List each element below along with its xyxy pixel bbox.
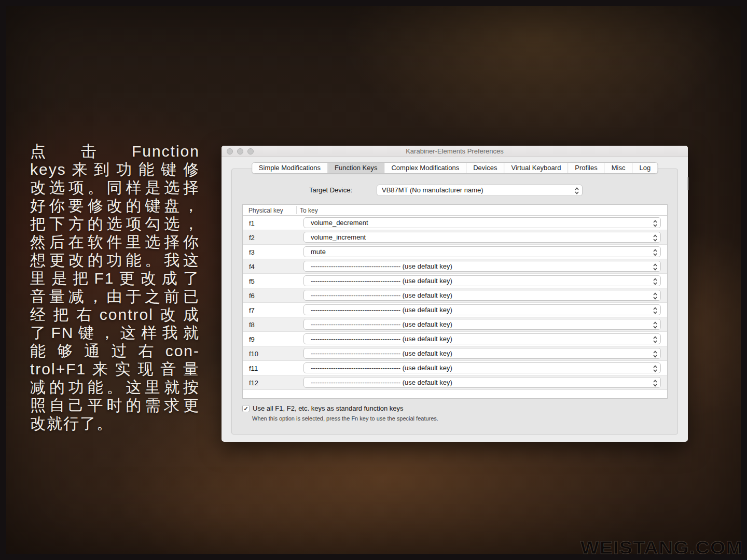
caption-line: 好你要修改的键盘， <box>30 197 200 215</box>
physical-key-label: f9 <box>249 335 255 343</box>
physical-key-label: f7 <box>249 306 255 314</box>
to-key-value: ----------------------------------------… <box>311 306 452 314</box>
caption-line: 音量减，由于之前已 <box>30 287 200 305</box>
caption-line: 经把右control改成 <box>30 305 200 324</box>
standard-function-keys-checkbox[interactable]: ✓ <box>242 405 250 412</box>
to-key-select[interactable]: volume_decrement <box>303 217 661 228</box>
to-key-select[interactable]: ----------------------------------------… <box>303 319 661 330</box>
standard-function-keys-hint: When this option is selected, press the … <box>252 415 438 422</box>
standard-function-keys-row: ✓ Use all F1, F2, etc. keys as standard … <box>242 404 403 412</box>
chevron-up-down-icon <box>653 263 658 272</box>
target-device-value: VB87MT (No manufacturer name) <box>382 186 483 194</box>
window-title: Karabiner-Elements Preferences <box>222 146 688 157</box>
table-row: f4 -------------------------------------… <box>243 259 667 274</box>
chevron-up-down-icon <box>653 306 658 315</box>
tab[interactable]: Devices <box>466 163 504 173</box>
to-key-value: ----------------------------------------… <box>311 364 452 372</box>
tab[interactable]: Misc <box>605 163 633 173</box>
physical-key-label: f5 <box>249 277 255 285</box>
to-key-value: ----------------------------------------… <box>311 291 452 299</box>
to-key-value: ----------------------------------------… <box>311 277 452 285</box>
to-key-select[interactable]: ----------------------------------------… <box>303 290 661 301</box>
caption-line: 改选项。同样是选择 <box>30 178 200 197</box>
physical-key-label: f12 <box>249 379 258 387</box>
tab[interactable]: Simple Modifications <box>252 163 328 173</box>
target-device-label: Target Device: <box>309 186 352 194</box>
to-key-select[interactable]: ----------------------------------------… <box>303 362 661 373</box>
caption-line: 里是把F1更改成了 <box>30 269 200 287</box>
column-header-to-key: To key <box>300 207 318 214</box>
caption-line: 改就行了。 <box>30 414 200 432</box>
chevron-up-down-icon <box>653 379 658 388</box>
physical-key-label: f2 <box>249 234 255 242</box>
table-row: f12 ------------------------------------… <box>243 375 667 390</box>
physical-key-label: f11 <box>249 365 258 372</box>
caption-line: 点击Function <box>30 142 200 160</box>
chevron-up-down-icon <box>574 187 579 196</box>
titlebar[interactable]: Karabiner-Elements Preferences <box>222 146 688 157</box>
preferences-tabbar: Simple ModificationsFunction KeysComplex… <box>252 162 658 174</box>
table-header: Physical key To key <box>243 205 667 216</box>
target-device-select[interactable]: VB87MT (No manufacturer name) <box>377 185 583 196</box>
table-body: f1 volume_decrement f2 volume_increment <box>243 216 667 390</box>
to-key-value: ----------------------------------------… <box>311 262 452 270</box>
physical-key-label: f1 <box>249 219 255 227</box>
physical-key-label: f10 <box>249 350 258 358</box>
tab[interactable]: Function Keys <box>328 163 384 173</box>
caption-line: 想更改的功能。我这 <box>30 251 200 269</box>
table-row: f11 ------------------------------------… <box>243 361 667 375</box>
table-row: f3 mute <box>243 245 667 259</box>
to-key-select[interactable]: mute <box>303 246 661 257</box>
chevron-up-down-icon <box>653 350 658 359</box>
target-device-row: Target Device: VB87MT (No manufacturer n… <box>232 185 677 196</box>
caption-line: 减的功能。这里就按 <box>30 378 200 396</box>
chevron-up-down-icon <box>653 292 658 301</box>
caption-line: 照自己平时的需求更 <box>30 396 200 414</box>
physical-key-label: f6 <box>249 292 255 300</box>
tab[interactable]: Complex Modifications <box>384 163 466 173</box>
to-key-value: ----------------------------------------… <box>311 349 452 357</box>
to-key-select[interactable]: ----------------------------------------… <box>303 333 661 344</box>
table-row: f7 -------------------------------------… <box>243 303 667 317</box>
caption-line: keys来到功能键修 <box>30 160 200 178</box>
to-key-select[interactable]: ----------------------------------------… <box>303 377 661 388</box>
to-key-select[interactable]: volume_increment <box>303 232 661 243</box>
table-row: f10 ------------------------------------… <box>243 346 667 361</box>
function-key-mapping-table: Physical key To key f1 volume_decrement <box>242 204 668 399</box>
table-row: f6 -------------------------------------… <box>243 288 667 303</box>
physical-key-label: f3 <box>249 248 255 256</box>
chevron-up-down-icon <box>653 234 658 243</box>
caption-line: 把下方的选项勾选， <box>30 215 200 233</box>
to-key-select[interactable]: ----------------------------------------… <box>303 261 661 272</box>
karabiner-preferences-window: Karabiner-Elements Preferences Simple Mo… <box>222 146 688 442</box>
tab[interactable]: Virtual Keyboard <box>504 163 568 173</box>
to-key-select[interactable]: ----------------------------------------… <box>303 348 661 359</box>
column-header-physical-key: Physical key <box>248 207 283 214</box>
standard-function-keys-label: Use all F1, F2, etc. keys as standard fu… <box>253 404 403 412</box>
to-key-select[interactable]: ----------------------------------------… <box>303 275 661 286</box>
physical-key-label: f8 <box>249 321 255 329</box>
function-keys-panel: Target Device: VB87MT (No manufacturer n… <box>231 169 678 435</box>
to-key-value: volume_increment <box>311 233 366 241</box>
tutorial-caption: 点击Functionkeys来到功能键修改选项。同样是选择好你要修改的键盘，把下… <box>30 142 200 432</box>
chevron-up-down-icon <box>653 365 658 373</box>
chevron-up-down-icon <box>653 219 658 228</box>
caption-line: trol+F1来实现音量 <box>30 360 200 378</box>
caption-line: 然后在软件里选择你 <box>30 233 200 251</box>
to-key-value: volume_decrement <box>311 219 368 227</box>
to-key-value: ----------------------------------------… <box>311 320 452 328</box>
to-key-value: ----------------------------------------… <box>311 379 452 386</box>
header-divider <box>296 206 297 214</box>
table-row: f8 -------------------------------------… <box>243 317 667 332</box>
tab[interactable]: Log <box>632 163 657 173</box>
table-row: f1 volume_decrement <box>243 216 667 230</box>
to-key-value: mute <box>311 248 326 256</box>
to-key-select[interactable]: ----------------------------------------… <box>303 304 661 315</box>
tab[interactable]: Profiles <box>568 163 604 173</box>
table-row: f2 volume_increment <box>243 230 667 245</box>
chevron-up-down-icon <box>653 248 658 257</box>
physical-key-label: f4 <box>249 263 255 271</box>
caption-line: 能够通过右con- <box>30 342 200 360</box>
table-row: f5 -------------------------------------… <box>243 274 667 288</box>
chevron-up-down-icon <box>653 277 658 286</box>
